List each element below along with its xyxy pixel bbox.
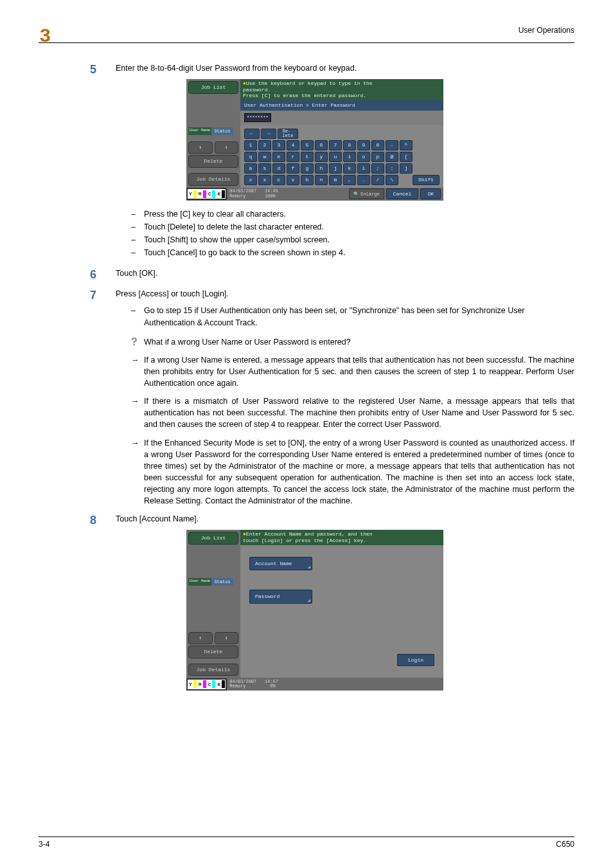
password-button[interactable]: Password: [249, 590, 312, 604]
step-5-number: 5: [90, 61, 96, 78]
model-name: C650: [556, 840, 574, 849]
account-name-button[interactable]: Account Name: [249, 557, 312, 571]
kb-key[interactable]: k: [343, 163, 356, 174]
kb-key[interactable]: j: [329, 163, 342, 174]
step-7-number: 7: [90, 287, 96, 303]
status-tab[interactable]: Status: [211, 127, 233, 135]
question-icon: ?: [131, 334, 138, 349]
kb-key[interactable]: e: [272, 152, 285, 162]
kb-key[interactable]: [: [400, 152, 413, 162]
job-list-button[interactable]: Job List: [188, 532, 238, 545]
job-details-button[interactable]: Job Details: [188, 173, 238, 186]
kb-key[interactable]: ,: [343, 175, 356, 185]
kb-key[interactable]: m: [329, 175, 342, 185]
kb-key[interactable]: u: [329, 152, 342, 162]
kb-key[interactable]: w: [258, 152, 271, 162]
delete-button[interactable]: Delete: [188, 155, 238, 168]
kb-key[interactable]: l: [357, 163, 370, 174]
kb-key[interactable]: 2: [258, 140, 271, 150]
kb-key[interactable]: c: [272, 175, 285, 185]
status-tab[interactable]: Status: [211, 578, 233, 586]
delete-key[interactable]: De- lete: [278, 129, 298, 139]
cursor-left-button[interactable]: ←: [244, 129, 260, 139]
arrow-right-icon: →: [131, 437, 139, 449]
kb-key[interactable]: t: [301, 152, 314, 162]
kb-key[interactable]: b: [301, 175, 314, 185]
kb-key[interactable]: x: [258, 175, 271, 185]
cursor-right-button[interactable]: →: [261, 129, 276, 139]
kb-key[interactable]: @: [386, 152, 398, 162]
step-7-text: Press [Access] or touch [Login].: [116, 289, 229, 298]
kb-key[interactable]: -: [386, 140, 398, 150]
job-details-button[interactable]: Job Details: [188, 664, 238, 676]
arrow-right-icon: →: [131, 395, 139, 407]
kb-key[interactable]: 5: [301, 140, 314, 150]
arrow-down-icon[interactable]: ⬇: [215, 141, 239, 154]
enlarge-button[interactable]: 🔍Enlarge: [349, 188, 384, 200]
kb-key[interactable]: v: [287, 175, 299, 185]
on-screen-keyboard: ← → De- lete 1 2 3 4 5 6 7 8: [240, 125, 443, 188]
password-input[interactable]: ********: [244, 113, 271, 122]
kb-key[interactable]: a: [244, 163, 257, 174]
cancel-button[interactable]: Cancel: [386, 188, 419, 200]
step-6-text: Touch [OK].: [116, 269, 157, 278]
login-button[interactable]: Login: [397, 654, 434, 667]
kb-key[interactable]: h: [315, 163, 328, 174]
chapter-number: 3: [40, 24, 51, 46]
kb-key[interactable]: 1: [244, 140, 257, 150]
kb-key[interactable]: 7: [329, 140, 342, 150]
kb-key[interactable]: \: [386, 175, 398, 185]
step-8-number: 8: [90, 512, 96, 529]
kb-key[interactable]: ;: [371, 163, 384, 174]
kb-key[interactable]: 9: [357, 140, 370, 150]
toner-levels: Y M C K: [186, 678, 227, 691]
kb-key[interactable]: o: [357, 152, 370, 162]
kb-key[interactable]: :: [386, 163, 398, 174]
kb-key[interactable]: i: [343, 152, 356, 162]
kb-key[interactable]: ]: [400, 163, 413, 174]
kb-key[interactable]: y: [315, 152, 328, 162]
note-item: Press the [C] key to clear all character…: [131, 208, 574, 220]
kb-key[interactable]: 4: [287, 140, 299, 150]
kb-key[interactable]: 6: [315, 140, 328, 150]
kb-key[interactable]: r: [287, 152, 299, 162]
step-7-answer-1: If a wrong User Name is entered, a messa…: [144, 354, 574, 389]
kb-key[interactable]: s: [258, 163, 271, 174]
enlarge-icon: 🔍: [353, 191, 359, 197]
ok-button[interactable]: OK: [420, 188, 441, 200]
kb-key[interactable]: 0: [371, 140, 384, 150]
note-item: Touch [Cancel] to go back to the screen …: [131, 247, 574, 258]
arrow-down-icon[interactable]: ⬇: [215, 632, 239, 645]
arrow-up-icon[interactable]: ⬆: [188, 141, 213, 154]
kb-key[interactable]: q: [244, 152, 257, 162]
job-list-button[interactable]: Job List: [188, 81, 238, 94]
info-banner: ●Use the keyboard or keypad to type in t…: [240, 79, 443, 100]
datetime-display: 04/03/2007 14:57 Memory 0%: [227, 680, 278, 689]
screenshot-enter-password: Job List User Name Status ⬆ ⬇ Delete Job…: [186, 79, 443, 201]
kb-key[interactable]: ^: [400, 140, 413, 150]
user-name-tab[interactable]: User Name: [188, 127, 211, 135]
user-name-tab[interactable]: User Name: [188, 578, 211, 586]
page-number: 3-4: [39, 840, 49, 849]
kb-key[interactable]: f: [287, 163, 299, 174]
datetime-display: 04/03/2007 14:45 Memory 100%: [227, 189, 278, 199]
shift-key[interactable]: Shift: [413, 175, 440, 185]
kb-key[interactable]: d: [272, 163, 285, 174]
toner-levels: Y M C K: [186, 188, 227, 201]
step-8-text: Touch [Account Name].: [116, 514, 199, 523]
kb-key[interactable]: .: [357, 175, 370, 185]
kb-key[interactable]: p: [371, 152, 384, 162]
breadcrumb: User Authentication > Enter Password: [240, 100, 443, 111]
step-5-text: Enter the 8-to-64-digit User Password fr…: [116, 64, 357, 73]
kb-key[interactable]: n: [315, 175, 328, 185]
header-rule: [39, 42, 574, 43]
kb-key[interactable]: g: [301, 163, 314, 174]
step-5-notes: Press the [C] key to clear all character…: [116, 208, 574, 259]
kb-key[interactable]: z: [244, 175, 257, 185]
header-section: User Operations: [39, 26, 574, 36]
arrow-up-icon[interactable]: ⬆: [188, 632, 213, 645]
kb-key[interactable]: 8: [343, 140, 356, 150]
kb-key[interactable]: 3: [272, 140, 285, 150]
kb-key[interactable]: /: [371, 175, 384, 185]
delete-button[interactable]: Delete: [188, 646, 238, 658]
